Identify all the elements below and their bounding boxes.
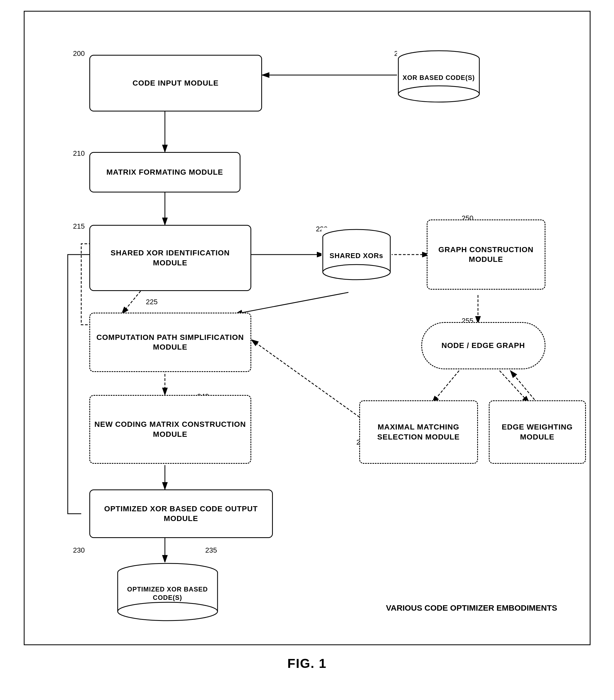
new-coding-matrix-label: NEW CODING MATRIX CONSTRUCTION MODULE bbox=[93, 420, 248, 439]
shared-xors-label: SHARED XORs bbox=[327, 246, 386, 263]
corner-label: VARIOUS CODE OPTIMIZER EMBODIMENTS bbox=[386, 602, 557, 614]
edge-weighting-label: EDGE WEIGHTING MODULE bbox=[492, 422, 582, 442]
svg-point-22 bbox=[398, 86, 479, 102]
svg-point-32 bbox=[118, 602, 217, 621]
xor-based-codes-cylinder: XOR BASED CODE(S) bbox=[397, 49, 481, 103]
svg-line-13 bbox=[251, 340, 370, 425]
computation-path-box: COMPUTATION PATH SIMPLIFICATION MODULE bbox=[89, 313, 251, 372]
maximal-matching-label: MAXIMAL MATCHING SELECTION MODULE bbox=[363, 422, 475, 442]
shared-xor-id-label: SHARED XOR IDENTIFICATION MODULE bbox=[93, 248, 248, 268]
edge-weighting-box: EDGE WEIGHTING MODULE bbox=[489, 400, 586, 464]
xor-based-codes-label: XOR BASED CODE(S) bbox=[400, 68, 478, 85]
shared-xor-id-box: SHARED XOR IDENTIFICATION MODULE bbox=[89, 225, 251, 291]
optimized-xor-codes-label: OPTIMIZED XOR BASED CODE(S) bbox=[116, 579, 219, 604]
matrix-formating-label: MATRIX FORMATING MODULE bbox=[106, 167, 223, 177]
svg-point-27 bbox=[323, 265, 390, 280]
computation-path-label: COMPUTATION PATH SIMPLIFICATION MODULE bbox=[93, 333, 248, 352]
svg-line-7 bbox=[235, 292, 348, 314]
diagram-frame: 200 CODE INPUT MODULE 205 XOR BASED CODE… bbox=[24, 11, 590, 645]
matrix-formating-box: MATRIX FORMATING MODULE bbox=[89, 152, 240, 192]
graph-construction-box: GRAPH CONSTRUCTION MODULE bbox=[427, 220, 546, 290]
ref-200: 200 bbox=[73, 49, 85, 58]
maximal-matching-box: MAXIMAL MATCHING SELECTION MODULE bbox=[359, 400, 478, 464]
svg-line-10 bbox=[432, 371, 459, 403]
code-input-module-box: CODE INPUT MODULE bbox=[89, 55, 262, 112]
node-edge-graph-box: NODE / EDGE GRAPH bbox=[421, 322, 546, 369]
ref-215: 215 bbox=[73, 222, 85, 230]
new-coding-matrix-box: NEW CODING MATRIX CONSTRUCTION MODULE bbox=[89, 395, 251, 464]
optimized-xor-codes-cylinder: OPTIMIZED XOR BASED CODE(S) bbox=[116, 562, 219, 622]
graph-construction-label: GRAPH CONSTRUCTION MODULE bbox=[430, 245, 542, 265]
optimized-xor-output-box: OPTIMIZED XOR BASED CODE OUTPUT MODULE bbox=[89, 489, 273, 538]
code-input-label: CODE INPUT MODULE bbox=[133, 78, 218, 88]
diagram-container: 200 CODE INPUT MODULE 205 XOR BASED CODE… bbox=[46, 28, 568, 622]
ref-225: 225 bbox=[146, 298, 158, 306]
optimized-xor-output-label: OPTIMIZED XOR BASED CODE OUTPUT MODULE bbox=[93, 504, 270, 524]
svg-line-11 bbox=[500, 371, 529, 403]
figure-caption: FIG. 1 bbox=[287, 656, 327, 671]
shared-xors-cylinder: SHARED XORs bbox=[322, 228, 392, 282]
ref-230: 230 bbox=[73, 546, 85, 554]
ref-235: 235 bbox=[205, 546, 217, 554]
ref-210: 210 bbox=[73, 149, 85, 158]
svg-line-12 bbox=[510, 371, 537, 403]
svg-line-14 bbox=[122, 291, 141, 314]
node-edge-graph-label: NODE / EDGE GRAPH bbox=[441, 341, 525, 350]
